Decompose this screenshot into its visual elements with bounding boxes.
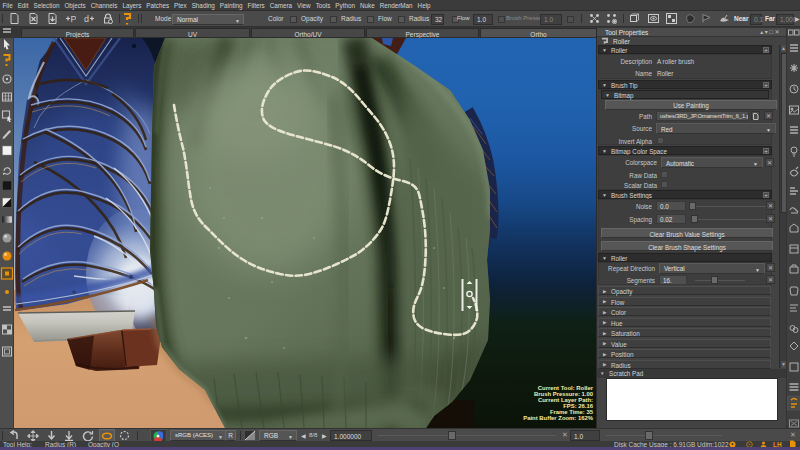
svg-text:d: d	[84, 14, 89, 24]
svg-text:P: P	[71, 14, 77, 24]
svg-text:Paint Buffer Zoom: 162%: Paint Buffer Zoom: 162%	[523, 415, 593, 421]
